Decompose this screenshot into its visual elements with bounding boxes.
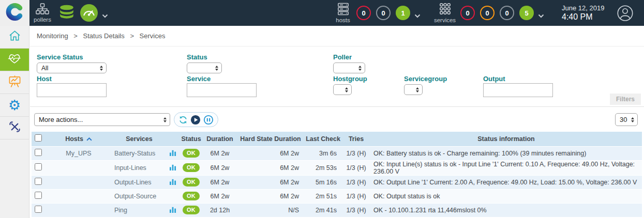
select-stepper-icon	[345, 87, 351, 92]
services-table: Hosts Services Status Duration Hard Stat…	[32, 132, 642, 217]
service-name[interactable]: Output-Lines	[112, 175, 166, 189]
services-icon	[439, 3, 452, 17]
poller-dropdown-chevron-icon[interactable]	[102, 11, 108, 20]
service-status-select[interactable]: All	[37, 63, 107, 73]
hostgroup-label: Hostgroup	[333, 75, 367, 83]
duration-cell: 6M 2w	[203, 160, 237, 175]
status-badge: OK	[183, 149, 200, 158]
service-status-value: All	[41, 65, 48, 72]
row-checkbox[interactable]	[35, 149, 42, 156]
column-tries[interactable]: Tries	[342, 132, 370, 146]
filters-tab[interactable]: Filters	[610, 94, 641, 105]
status-badge: OK	[183, 206, 200, 214]
hostgroup-select[interactable]	[333, 84, 352, 95]
duration-cell: 6M 2w	[203, 175, 237, 189]
hosts-menu[interactable]: hosts	[333, 0, 353, 26]
hosts-down-badge[interactable]: 0	[356, 6, 371, 20]
services-ok-badge[interactable]: 5	[519, 6, 534, 20]
host-name[interactable]: My_UPS	[45, 146, 112, 160]
select-all-checkbox[interactable]	[35, 134, 42, 142]
gear-icon: ⚙	[8, 98, 21, 112]
report-board-icon	[8, 75, 21, 90]
database-status-icon[interactable]	[58, 4, 76, 24]
services-critical-badge[interactable]: 0	[460, 6, 475, 20]
host-input[interactable]	[37, 83, 107, 97]
services-unknown-badge[interactable]: 0	[500, 6, 514, 20]
more-actions-select[interactable]: More actions...	[34, 113, 170, 126]
user-profile-icon[interactable]	[617, 5, 634, 24]
sidebar-item-monitoring[interactable]	[0, 49, 29, 71]
tools-icon	[8, 120, 21, 135]
column-status[interactable]: Status	[179, 132, 203, 146]
pause-icon[interactable]	[203, 115, 214, 125]
column-hosts[interactable]: Hosts	[45, 132, 112, 146]
services-warning-badge[interactable]: 0	[480, 6, 495, 20]
status-information-cell: OK: Battery status is ok - Charge remain…	[370, 146, 642, 160]
hosts-up-badge[interactable]: 1	[396, 6, 410, 20]
row-checkbox[interactable]	[35, 163, 42, 170]
status-badge: OK	[183, 178, 200, 186]
select-stepper-icon	[416, 87, 422, 92]
pollers-menu[interactable]: pollers	[31, 0, 54, 26]
select-all-cell	[32, 132, 45, 146]
last-check-cell: 3m 6s	[304, 146, 342, 160]
column-duration[interactable]: Duration	[203, 132, 237, 146]
hosts-dropdown-chevron-icon[interactable]	[414, 11, 421, 20]
hosts-label: hosts	[336, 17, 350, 23]
service-name[interactable]: Ping	[112, 203, 166, 217]
sidebar-item-administration[interactable]	[0, 117, 29, 139]
sidebar-item-home[interactable]	[0, 26, 29, 49]
row-checkbox[interactable]	[35, 192, 42, 199]
service-name[interactable]: Output-Source	[112, 189, 166, 203]
column-services[interactable]: Services	[112, 132, 166, 146]
column-status-information[interactable]: Status information	[370, 132, 642, 146]
poller-select[interactable]	[333, 63, 365, 73]
breadcrumb: Monitoring > Status Details > Services	[30, 26, 644, 46]
page-size-select[interactable]: 30	[615, 113, 638, 126]
graph-icon[interactable]	[170, 150, 176, 158]
status-badge: OK	[183, 163, 200, 172]
hosts-unreachable-badge[interactable]: 0	[376, 6, 391, 20]
refresh-icon[interactable]	[178, 115, 188, 124]
sidebar-item-reporting[interactable]	[0, 71, 29, 94]
select-stepper-icon	[631, 117, 637, 122]
graph-icon[interactable]	[170, 165, 176, 172]
status-label: Status	[187, 53, 207, 61]
table-row: Input-Lines OK 6M 2w 6M 2w 2m 53s 1/3 (H…	[32, 160, 642, 175]
sidebar: ⚙	[0, 26, 29, 218]
status-badge: OK	[183, 192, 200, 200]
last-check-cell: 5m 16s	[304, 175, 342, 189]
column-last-check[interactable]: Last Check	[304, 132, 342, 146]
play-icon[interactable]	[190, 115, 201, 125]
servicegroup-select[interactable]	[404, 84, 423, 95]
services-menu[interactable]: services	[432, 0, 457, 26]
service-name[interactable]: Input-Lines	[112, 160, 166, 175]
status-information-cell: OK: Output Line '1' Current: 2.00 A, Fre…	[370, 175, 642, 189]
tries-cell: 1/3 (H)	[342, 203, 370, 217]
breadcrumb-services[interactable]: Services	[140, 32, 166, 40]
breadcrumb-monitoring[interactable]: Monitoring	[37, 32, 68, 40]
clock: June 12, 2019 4:40 PM	[562, 4, 604, 22]
graph-icon[interactable]	[170, 179, 176, 186]
row-checkbox[interactable]	[35, 206, 42, 213]
services-dropdown-chevron-icon[interactable]	[538, 11, 544, 20]
table-row: Ping OK 2d 12h N/S 2m 41s 1/3 (H) OK - 1…	[32, 203, 642, 217]
output-input[interactable]	[483, 83, 553, 97]
service-name[interactable]: Battery-Status	[112, 146, 166, 160]
tries-cell: 1/3 (H)	[342, 189, 370, 203]
breadcrumb-status-details[interactable]: Status Details	[83, 32, 125, 40]
output-label: Output	[483, 75, 505, 83]
centreon-logo-icon	[5, 2, 25, 24]
gauge-status-icon[interactable]	[80, 4, 98, 24]
table-header-row: Hosts Services Status Duration Hard Stat…	[32, 132, 642, 146]
service-input[interactable]	[187, 83, 257, 97]
sidebar-item-configuration[interactable]: ⚙	[0, 94, 29, 117]
logo-box[interactable]	[0, 0, 29, 26]
host-label: Host	[37, 75, 52, 83]
row-checkbox[interactable]	[35, 178, 42, 185]
graph-icon[interactable]	[170, 207, 176, 214]
column-hard-state-duration[interactable]: Hard State Duration	[237, 132, 304, 146]
hosts-icon	[337, 3, 350, 17]
table-row: Output-Lines OK 6M 2w 6M 2w 5m 16s 1/3 (…	[32, 175, 642, 189]
status-select[interactable]	[187, 63, 222, 73]
